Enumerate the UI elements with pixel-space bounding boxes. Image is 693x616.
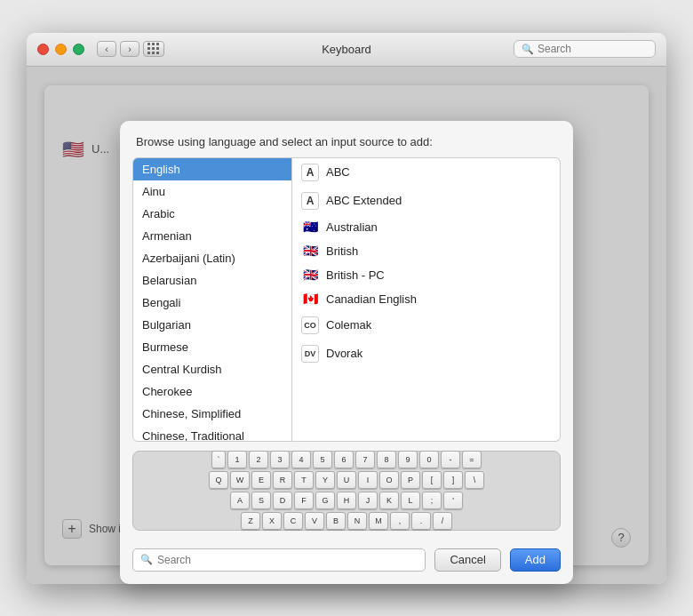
kb-row-1: ` 1 2 3 4 5 6 7 8 9 0 - =	[211, 451, 482, 468]
input-item-abc-extended[interactable]: A ABC Extended	[292, 187, 560, 215]
back-button[interactable]: ‹	[97, 41, 116, 57]
kb-key-l: L	[401, 492, 420, 509]
grid-button[interactable]	[143, 41, 164, 57]
search-field-icon: 🔍	[140, 554, 153, 565]
lang-item-chinese-traditional[interactable]: Chinese, Traditional	[133, 425, 291, 441]
kb-key-9: 9	[398, 451, 418, 468]
search-bar[interactable]: 🔍	[514, 40, 656, 58]
flag-canadian: 🇨🇦	[301, 292, 319, 305]
search-input[interactable]	[538, 43, 644, 55]
forward-button[interactable]: ›	[120, 41, 139, 57]
kb-key-k: K	[379, 492, 399, 509]
lang-item-central-kurdish[interactable]: Central Kurdish	[133, 358, 291, 380]
kb-key-c: C	[283, 512, 303, 530]
input-item-colemak[interactable]: CO Colemak	[292, 311, 560, 340]
add-button[interactable]: Add	[510, 548, 561, 572]
kb-key-period: .	[411, 512, 431, 530]
language-list-container: English Ainu Arabic Armenian Azerbaijani…	[132, 157, 292, 442]
abc-badge: A	[301, 164, 319, 181]
kb-key-g: G	[315, 492, 335, 509]
kb-key-3: 3	[270, 451, 290, 468]
kb-key-r: R	[273, 471, 292, 489]
lang-item-ainu[interactable]: Ainu	[133, 180, 291, 203]
kb-key-backslash: \	[465, 471, 484, 489]
lang-item-burmese[interactable]: Burmese	[133, 336, 291, 358]
input-label-australian: Australian	[326, 220, 378, 234]
kb-key-o: O	[379, 471, 399, 489]
abc-extended-badge: A	[301, 192, 319, 210]
kb-key-1: 1	[227, 451, 247, 468]
flag-british: 🇬🇧	[301, 244, 319, 257]
keyboard-preview: ` 1 2 3 4 5 6 7 8 9 0 - =	[132, 451, 561, 531]
kb-key-b: B	[326, 512, 346, 530]
modal-overlay: Browse using language and select an inpu…	[44, 85, 649, 565]
kb-key-n: N	[347, 512, 367, 530]
dvorak-badge: DV	[301, 345, 319, 363]
kb-key-7: 7	[355, 451, 375, 468]
kb-row-4: Z X C V B N M , . /	[241, 512, 452, 530]
input-item-canadian[interactable]: 🇨🇦 Canadian English	[292, 287, 560, 311]
input-source-list-container: A ABC A ABC Extended 🇦🇺 Australian	[292, 157, 561, 442]
input-item-dvorak[interactable]: DV Dvorak	[292, 340, 560, 368]
kb-key-4: 4	[291, 451, 311, 468]
kb-key-2: 2	[249, 451, 268, 468]
input-source-list[interactable]: A ABC A ABC Extended 🇦🇺 Australian	[292, 158, 560, 441]
kb-key-q: Q	[209, 471, 228, 489]
modal-dialog: Browse using language and select an inpu…	[120, 121, 573, 584]
flag-australian: 🇦🇺	[301, 220, 319, 233]
input-item-british-pc[interactable]: 🇬🇧 British - PC	[292, 263, 560, 287]
kb-key-rbracket: ]	[443, 471, 463, 489]
kb-key-semicolon: ;	[422, 492, 442, 509]
lang-item-azerbaijani[interactable]: Azerbaijani (Latin)	[133, 247, 291, 269]
lang-item-english[interactable]: English	[133, 158, 291, 180]
search-field-input[interactable]	[157, 554, 418, 566]
kb-key-w: W	[230, 471, 250, 489]
kb-key-v: V	[305, 512, 324, 530]
kb-key-comma: ,	[390, 512, 410, 530]
input-label-british: British	[326, 244, 358, 258]
lang-item-arabic[interactable]: Arabic	[133, 203, 291, 225]
input-label-abc: ABC	[326, 165, 350, 179]
kb-key-p: P	[401, 471, 420, 489]
lang-item-belarusian[interactable]: Belarusian	[133, 269, 291, 292]
nav-buttons: ‹ ›	[97, 41, 139, 57]
colemak-badge: CO	[301, 316, 319, 334]
lang-item-bulgarian[interactable]: Bulgarian	[133, 314, 291, 336]
kb-key-u: U	[337, 471, 356, 489]
lang-item-cherokee[interactable]: Cherokee	[133, 380, 291, 403]
search-icon: 🔍	[522, 44, 534, 55]
input-item-australian[interactable]: 🇦🇺 Australian	[292, 215, 560, 239]
input-item-abc[interactable]: A ABC	[292, 158, 560, 187]
lang-item-armenian[interactable]: Armenian	[133, 225, 291, 247]
language-list[interactable]: English Ainu Arabic Armenian Azerbaijani…	[133, 158, 291, 441]
minimize-button[interactable]	[55, 44, 67, 55]
prefs-panel: 🇺🇸 U... + Show input menu in menu bar ? …	[44, 85, 649, 565]
input-label-british-pc: British - PC	[326, 268, 385, 282]
close-button[interactable]	[37, 44, 49, 55]
cancel-button[interactable]: Cancel	[434, 548, 500, 572]
kb-key-z: Z	[241, 512, 260, 530]
search-field[interactable]: 🔍	[132, 548, 426, 572]
kb-key-backtick: `	[211, 451, 226, 468]
kb-key-x: X	[262, 512, 282, 530]
kb-key-5: 5	[313, 451, 332, 468]
lang-item-chinese-simplified[interactable]: Chinese, Simplified	[133, 403, 291, 425]
lang-item-bengali[interactable]: Bengali	[133, 292, 291, 314]
kb-key-lbracket: [	[422, 471, 442, 489]
main-window: ‹ › Keyboard 🔍 🇺🇸 U... + Sho	[27, 33, 666, 584]
kb-key-0: 0	[419, 451, 439, 468]
kb-key-quote: '	[443, 492, 463, 509]
input-label-canadian: Canadian English	[326, 292, 417, 306]
kb-row-3: A S D F G H J K L ; '	[230, 492, 463, 509]
input-label-dvorak: Dvorak	[326, 347, 362, 360]
maximize-button[interactable]	[73, 44, 84, 55]
title-bar: ‹ › Keyboard 🔍	[27, 33, 666, 67]
kb-key-6: 6	[334, 451, 354, 468]
kb-key-i: I	[358, 471, 378, 489]
input-item-british[interactable]: 🇬🇧 British	[292, 239, 560, 263]
kb-key-equals: =	[462, 451, 482, 468]
modal-body: English Ainu Arabic Armenian Azerbaijani…	[120, 157, 573, 442]
kb-key-f: F	[294, 492, 314, 509]
kb-key-slash: /	[433, 512, 452, 530]
kb-key-e: E	[251, 471, 271, 489]
